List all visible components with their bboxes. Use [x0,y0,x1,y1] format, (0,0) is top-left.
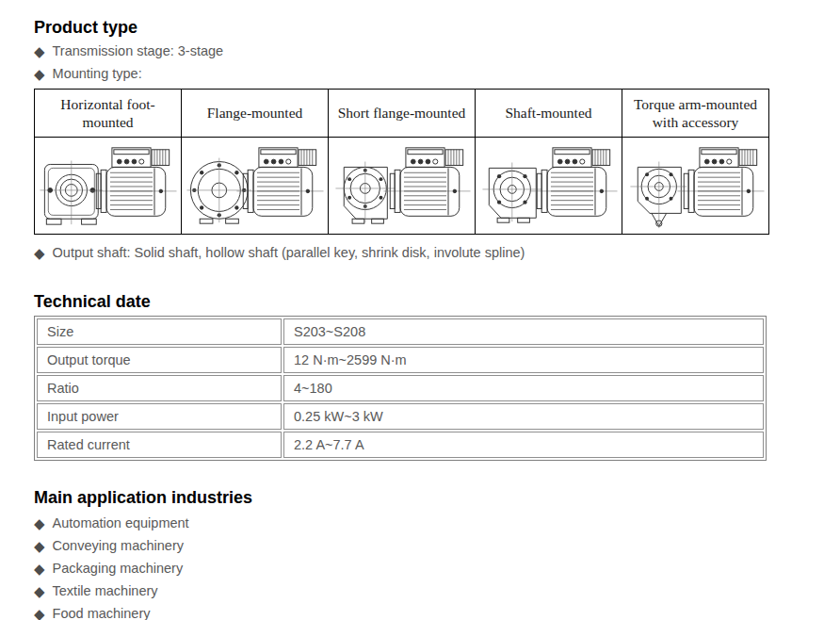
output-shaft-bullet: ◆ Output shaft: Solid shaft, hollow shaf… [34,241,840,264]
output-shaft-text: Output shaft: Solid shaft, hollow shaft … [53,245,525,260]
tech-row-size-label: Size [37,318,282,345]
tech-row-size-value: S203~S208 [283,318,764,345]
table-row: Output torque 12 N·m~2599 N·m [37,347,764,373]
mounting-type-table: Horizontal foot-mounted Flange-mounted S… [34,89,769,235]
tech-row-rated-current-value: 2.2 A~7.7 A [283,432,764,458]
mounting-header-horizontal-foot: Horizontal foot-mounted [35,90,182,138]
diamond-bullet-icon: ◆ [34,584,45,598]
technical-data-title: Technical date [34,291,840,312]
list-item: ◆ Packaging machinery [34,557,840,579]
application-food-text: Food machinery [53,606,151,620]
tech-row-rated-current-label: Rated current [37,432,282,458]
diamond-bullet-icon: ◆ [34,539,45,553]
tech-row-output-torque-value: 12 N·m~2599 N·m [283,347,764,373]
mounting-type-bullet: ◆ Mounting type: [34,62,840,85]
mounting-cell-horizontal-foot [35,138,182,235]
application-automation-text: Automation equipment [53,515,189,530]
mounting-header-shaft: Shaft-mounted [476,90,622,138]
diamond-bullet-icon: ◆ [34,516,45,530]
mounting-cell-flange [182,138,329,235]
mounting-header-flange: Flange-mounted [182,90,329,138]
list-item: ◆ Food machinery [34,602,840,620]
diamond-bullet-icon: ◆ [34,607,45,620]
application-packaging-text: Packaging machinery [53,561,184,576]
mounting-cell-short-flange [329,138,476,235]
gearmotor-horizontal-foot-mounted-drawing [38,139,179,232]
tech-row-input-power-value: 0.25 kW~3 kW [283,403,764,430]
product-type-title: Product type [34,17,840,38]
table-row: Rated current 2.2 A~7.7 A [37,432,764,458]
technical-data-section: Technical date Size S203~S208 Output tor… [34,291,840,461]
table-row: Ratio 4~180 [37,375,764,401]
list-item: ◆ Conveying machinery [34,534,840,557]
tech-row-ratio-label: Ratio [37,375,282,401]
transmission-stage-text: Transmission stage: 3-stage [53,43,224,58]
application-textile-text: Textile machinery [53,583,158,598]
list-item: ◆ Automation equipment [34,512,840,534]
list-item: ◆ Textile machinery [34,579,840,602]
mounting-cell-torque-arm [622,138,769,235]
gearmotor-torque-arm-mounted-drawing [625,139,767,232]
transmission-stage-bullet: ◆ Transmission stage: 3-stage [34,40,840,62]
tech-row-output-torque-label: Output torque [37,347,282,373]
tech-row-input-power-label: Input power [37,403,282,430]
table-row: Size S203~S208 [37,318,764,345]
applications-title: Main application industries [34,487,840,508]
diamond-bullet-icon: ◆ [34,246,45,260]
product-type-section: Product type ◆ Transmission stage: 3-sta… [34,17,840,264]
mounting-header-torque-arm: Torque arm-mounted with accessory [622,90,769,138]
applications-section: Main application industries ◆ Automation… [34,487,840,620]
gearmotor-flange-mounted-drawing [185,139,326,232]
technical-data-table: Size S203~S208 Output torque 12 N·m~2599… [34,316,767,461]
application-conveying-text: Conveying machinery [53,538,184,553]
gearmotor-short-flange-mounted-drawing [331,139,473,232]
table-row: Input power 0.25 kW~3 kW [37,403,764,430]
diamond-bullet-icon: ◆ [34,44,45,58]
mounting-table-header-row: Horizontal foot-mounted Flange-mounted S… [35,90,769,138]
mounting-header-short-flange: Short flange-mounted [329,90,476,138]
tech-row-ratio-value: 4~180 [283,375,764,401]
mounting-cell-shaft [476,138,622,235]
mounting-table-image-row [35,138,769,235]
gearmotor-shaft-mounted-drawing [478,139,620,232]
mounting-type-text: Mounting type: [53,66,142,81]
product-spec-page: Product type ◆ Transmission stage: 3-sta… [0,0,840,620]
diamond-bullet-icon: ◆ [34,562,45,576]
diamond-bullet-icon: ◆ [34,67,45,81]
